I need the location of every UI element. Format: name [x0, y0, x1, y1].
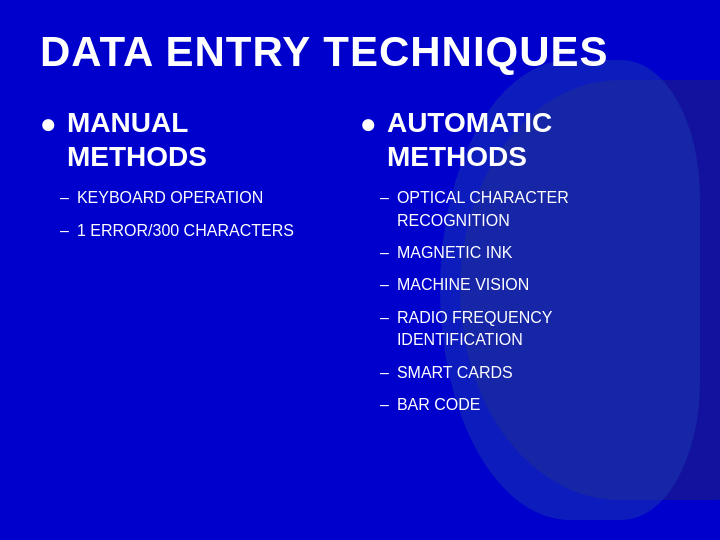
- right-column: ● AUTOMATIC METHODS – OPTICAL CHARACTER …: [360, 106, 680, 426]
- sub-item-text: MAGNETIC INK: [397, 242, 513, 264]
- slide-title: DATA ENTRY TECHNIQUES: [40, 28, 680, 76]
- content-columns: ● MANUAL METHODS – KEYBOARD OPERATION – …: [40, 106, 680, 426]
- dash-icon: –: [380, 242, 389, 264]
- left-section-title: MANUAL METHODS: [67, 106, 207, 173]
- left-column: ● MANUAL METHODS – KEYBOARD OPERATION – …: [40, 106, 360, 252]
- right-section-title: AUTOMATIC METHODS: [387, 106, 552, 173]
- list-item: – RADIO FREQUENCY IDENTIFICATION: [380, 307, 680, 352]
- dash-icon: –: [60, 187, 69, 209]
- slide: DATA ENTRY TECHNIQUES ● MANUAL METHODS –…: [0, 0, 720, 540]
- dash-icon: –: [380, 307, 389, 329]
- left-sub-items: – KEYBOARD OPERATION – 1 ERROR/300 CHARA…: [60, 187, 360, 242]
- list-item: – MACHINE VISION: [380, 274, 680, 296]
- sub-item-text: RADIO FREQUENCY IDENTIFICATION: [397, 307, 680, 352]
- right-bullet: ●: [360, 110, 377, 138]
- list-item: – OPTICAL CHARACTER RECOGNITION: [380, 187, 680, 232]
- sub-item-text: SMART CARDS: [397, 362, 513, 384]
- sub-item-text: KEYBOARD OPERATION: [77, 187, 263, 209]
- list-item: – 1 ERROR/300 CHARACTERS: [60, 220, 360, 242]
- right-sub-items: – OPTICAL CHARACTER RECOGNITION – MAGNET…: [380, 187, 680, 416]
- sub-item-text: OPTICAL CHARACTER RECOGNITION: [397, 187, 680, 232]
- left-bullet: ●: [40, 110, 57, 138]
- dash-icon: –: [380, 274, 389, 296]
- sub-item-text: 1 ERROR/300 CHARACTERS: [77, 220, 294, 242]
- list-item: – KEYBOARD OPERATION: [60, 187, 360, 209]
- list-item: – SMART CARDS: [380, 362, 680, 384]
- dash-icon: –: [60, 220, 69, 242]
- right-section-header: ● AUTOMATIC METHODS: [360, 106, 680, 173]
- list-item: – BAR CODE: [380, 394, 680, 416]
- dash-icon: –: [380, 362, 389, 384]
- list-item: – MAGNETIC INK: [380, 242, 680, 264]
- sub-item-text: BAR CODE: [397, 394, 481, 416]
- dash-icon: –: [380, 187, 389, 209]
- left-section-header: ● MANUAL METHODS: [40, 106, 360, 173]
- sub-item-text: MACHINE VISION: [397, 274, 529, 296]
- dash-icon: –: [380, 394, 389, 416]
